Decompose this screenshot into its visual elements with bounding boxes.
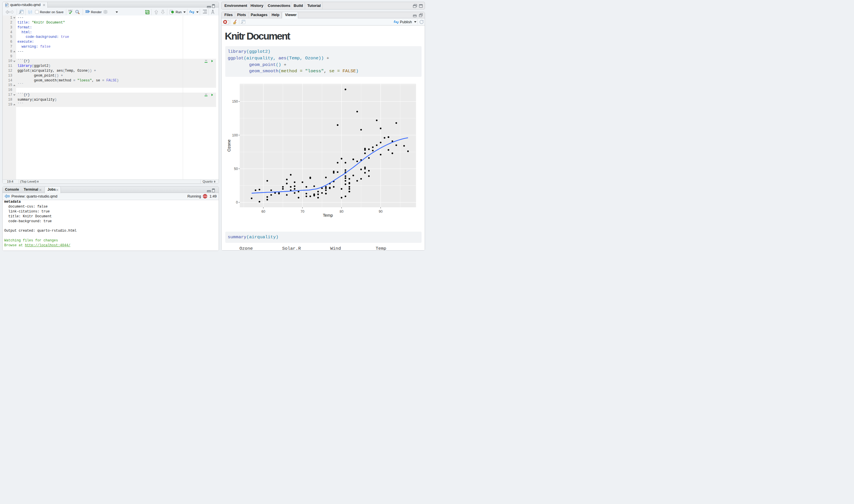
svg-text:ABC: ABC: [68, 10, 73, 12]
svg-text:80: 80: [339, 210, 344, 214]
svg-text:0: 0: [236, 200, 238, 204]
svg-text:60: 60: [261, 210, 265, 214]
svg-text:100: 100: [232, 133, 238, 137]
svg-text:90: 90: [379, 210, 383, 214]
svg-text:Temp: Temp: [323, 213, 333, 218]
svg-text:150: 150: [232, 100, 238, 104]
svg-text:70: 70: [300, 210, 304, 214]
svg-text:50: 50: [234, 167, 238, 171]
svg-text:STOP: STOP: [203, 195, 207, 197]
svg-text:Ozone: Ozone: [227, 139, 231, 151]
